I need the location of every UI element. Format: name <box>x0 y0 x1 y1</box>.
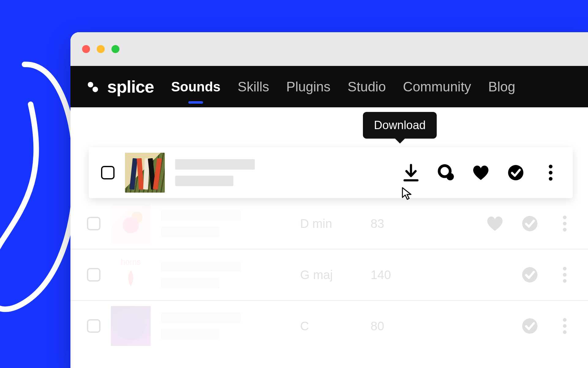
window-zoom-button[interactable] <box>111 45 119 53</box>
svg-point-7 <box>549 171 552 174</box>
check-circle-icon <box>522 318 538 334</box>
artwork-label: horns <box>121 257 141 267</box>
sample-meta: D min 83 <box>300 217 417 231</box>
svg-rect-1 <box>91 85 99 93</box>
more-menu-button[interactable] <box>555 214 575 233</box>
purchased-indicator[interactable] <box>520 214 540 233</box>
content-area: Download <box>70 107 588 351</box>
check-circle-icon <box>507 164 524 181</box>
sample-bpm: 80 <box>371 319 384 333</box>
brand-text: splice <box>107 77 154 97</box>
sample-title-placeholder <box>175 159 304 186</box>
sound-row[interactable]: horns G maj 140 <box>70 249 588 301</box>
svg-point-11 <box>563 222 567 225</box>
svg-point-14 <box>563 267 567 270</box>
sound-row[interactable]: C 80 <box>70 301 588 351</box>
sample-title-placeholder <box>161 261 290 288</box>
more-menu-button[interactable] <box>541 163 560 182</box>
svg-point-12 <box>563 228 567 232</box>
window-titlebar <box>70 32 588 66</box>
like-button[interactable] <box>471 163 491 182</box>
nav-plugins[interactable]: Plugins <box>286 79 330 94</box>
nav-skills[interactable]: Skills <box>238 79 269 94</box>
sample-title-placeholder <box>161 210 290 237</box>
nav-community[interactable]: Community <box>403 79 471 94</box>
sample-title-placeholder <box>161 312 290 339</box>
sound-row[interactable]: D min 83 <box>70 198 588 249</box>
svg-point-5 <box>508 165 523 180</box>
sample-meta: C 80 <box>300 319 417 333</box>
sample-key: C <box>300 319 343 333</box>
svg-point-19 <box>563 324 567 328</box>
sample-artwork[interactable]: horns <box>111 255 151 295</box>
sample-artwork[interactable] <box>111 306 151 346</box>
row-actions <box>520 316 575 336</box>
kebab-icon <box>563 266 567 283</box>
download-tooltip: Download <box>363 112 437 139</box>
kebab-icon <box>548 164 553 181</box>
svg-point-9 <box>522 216 537 231</box>
similar-sounds-button[interactable] <box>436 163 456 182</box>
row-actions <box>485 214 575 233</box>
heart-icon <box>472 165 490 181</box>
row-actions <box>520 265 575 285</box>
svg-point-13 <box>522 267 537 282</box>
similar-sounds-icon <box>437 164 455 182</box>
heart-icon <box>486 216 504 232</box>
nav-studio[interactable]: Studio <box>348 79 386 94</box>
nav-blog[interactable]: Blog <box>488 79 515 94</box>
like-button[interactable] <box>485 214 505 233</box>
svg-point-20 <box>563 330 567 334</box>
purchased-indicator[interactable] <box>520 316 540 336</box>
nav-sounds[interactable]: Sounds <box>171 79 221 94</box>
row-select-checkbox[interactable] <box>87 268 100 282</box>
row-select-checkbox[interactable] <box>87 217 100 230</box>
splice-logo-icon <box>85 79 101 95</box>
sample-key: D min <box>300 217 343 231</box>
svg-point-8 <box>549 177 552 181</box>
brand-logo[interactable]: splice <box>85 77 154 97</box>
svg-point-17 <box>522 318 537 334</box>
svg-point-4 <box>447 173 454 180</box>
more-menu-button[interactable] <box>555 316 575 336</box>
kebab-icon <box>563 215 567 232</box>
row-select-checkbox[interactable] <box>101 166 115 179</box>
sample-meta: G maj 140 <box>300 268 417 282</box>
svg-point-10 <box>563 216 567 219</box>
purchased-indicator[interactable] <box>506 163 526 182</box>
purchased-indicator[interactable] <box>520 265 540 285</box>
svg-point-15 <box>563 273 567 277</box>
download-button[interactable] <box>401 163 421 182</box>
sound-row[interactable] <box>89 147 573 198</box>
kebab-icon <box>563 318 567 334</box>
svg-point-6 <box>549 165 552 168</box>
check-circle-icon <box>522 266 538 283</box>
svg-point-18 <box>563 318 567 322</box>
more-menu-button[interactable] <box>555 265 575 285</box>
check-circle-icon <box>522 215 538 232</box>
sample-key: G maj <box>300 268 343 282</box>
top-nav: splice Sounds Skills Plugins Studio Comm… <box>70 66 588 107</box>
svg-rect-0 <box>87 81 94 88</box>
row-select-checkbox[interactable] <box>87 319 100 333</box>
download-icon <box>403 164 419 182</box>
sample-bpm: 140 <box>371 268 391 282</box>
sample-artwork[interactable] <box>125 153 165 193</box>
svg-point-16 <box>563 279 567 283</box>
window-minimize-button[interactable] <box>97 45 105 53</box>
app-window: splice Sounds Skills Plugins Studio Comm… <box>70 32 588 368</box>
window-close-button[interactable] <box>82 45 90 53</box>
row-actions <box>401 163 560 182</box>
sample-artwork[interactable] <box>111 204 151 243</box>
sample-bpm: 83 <box>371 217 384 231</box>
